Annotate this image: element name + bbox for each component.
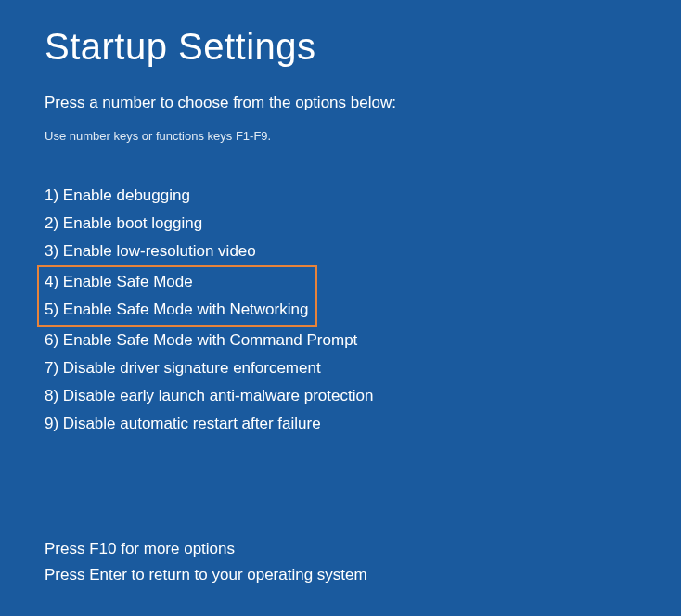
instruction-hint: Use number keys or functions keys F1-F9. — [45, 129, 636, 143]
instruction-subtitle: Press a number to choose from the option… — [45, 94, 636, 112]
option-9-disable-auto-restart[interactable]: 9) Disable automatic restart after failu… — [45, 410, 636, 438]
footer-return: Press Enter to return to your operating … — [45, 562, 367, 588]
option-6-safe-mode-cmd[interactable]: 6) Enable Safe Mode with Command Prompt — [45, 327, 636, 354]
footer-more-options: Press F10 for more options — [45, 536, 367, 562]
option-2-boot-logging[interactable]: 2) Enable boot logging — [45, 210, 636, 237]
option-7-disable-driver-sig[interactable]: 7) Disable driver signature enforcement — [45, 354, 636, 382]
option-8-disable-antimalware[interactable]: 8) Disable early launch anti-malware pro… — [45, 382, 636, 410]
highlight-annotation: 4) Enable Safe Mode 5) Enable Safe Mode … — [37, 265, 317, 327]
startup-settings-screen: Startup Settings Press a number to choos… — [0, 0, 681, 438]
page-title: Startup Settings — [45, 26, 636, 68]
option-1-debugging[interactable]: 1) Enable debugging — [45, 182, 636, 210]
footer-instructions: Press F10 for more options Press Enter t… — [45, 536, 367, 588]
option-4-safe-mode[interactable]: 4) Enable Safe Mode — [45, 268, 308, 296]
option-3-low-res-video[interactable]: 3) Enable low-resolution video — [45, 237, 636, 265]
option-5-safe-mode-networking[interactable]: 5) Enable Safe Mode with Networking — [45, 296, 308, 324]
options-list: 1) Enable debugging 2) Enable boot loggi… — [45, 182, 636, 438]
